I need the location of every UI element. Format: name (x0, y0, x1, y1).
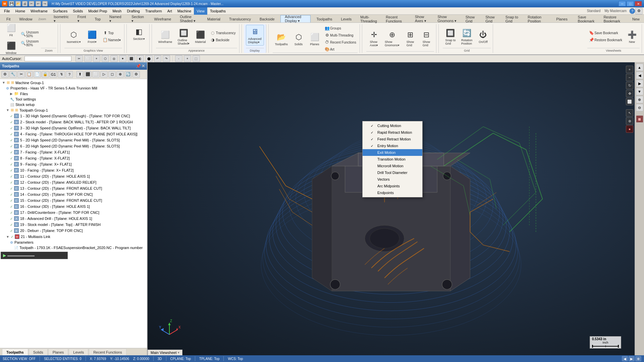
menu-home[interactable]: Home (13, 7, 28, 15)
menu-wireframe[interactable]: Wireframe (28, 7, 50, 15)
tree-stock-setup[interactable]: ⬜ Stock setup (1, 102, 146, 107)
ribbon-tab-material[interactable]: Material (203, 15, 225, 22)
tree-tp-16[interactable]: ✓ C 16 - Contour (3D) - [Tplane: HOLE AX… (1, 203, 146, 209)
tp-tb-5[interactable]: 📄 (34, 71, 41, 78)
groups-btn[interactable]: 👥 Groups (323, 25, 358, 32)
menu-model-prep[interactable]: Model Prep (86, 7, 110, 15)
ribbon-tab-savebookmark[interactable]: Save Bookmark (574, 15, 599, 22)
close-button[interactable]: ✕ (635, 1, 642, 6)
tree-tp-11[interactable]: ✓ C 11 - Contour (2D) - [Tplane: HOLE AX… (1, 173, 146, 179)
section-btn[interactable]: ◧ Section▾ (131, 25, 147, 42)
outline-btn[interactable]: 🔲 OutlineShaded▾ (175, 26, 192, 47)
main-viewsheet-tab[interactable]: Main Viewsheet ▾ (148, 350, 182, 355)
menu-toolpaths[interactable]: Toolpaths (207, 7, 228, 15)
ribbon-tab-showaxes[interactable]: Show Axes ▾ (411, 15, 433, 22)
nav-mark[interactable]: ● (626, 125, 633, 133)
wireframe-btn[interactable]: ⬜ Wireframe (156, 28, 175, 45)
tree-tp-9[interactable]: ✓ F 9 - Facing - [Tplane: X+ FLAT1] (1, 161, 146, 167)
tp-tb-1[interactable]: ⚙ (1, 71, 9, 78)
tp-tb-13[interactable]: ▷ (100, 71, 108, 78)
art-btn[interactable]: 🎨 Art (323, 46, 358, 53)
cmd-btn-2[interactable]: ⬜ (84, 55, 92, 62)
tp-tb-6[interactable]: 🔒 (42, 71, 49, 78)
autocursor-input[interactable] (24, 56, 71, 61)
dropdown-exit-motion[interactable]: Exit Motion (363, 149, 422, 156)
tree-tp-14[interactable]: ✓ C 14 - Contour (2D) - [Tplane: TOP FOR… (1, 191, 146, 197)
rotation-position-btn[interactable]: 🔄 RotationPosition (459, 26, 475, 47)
tp-tb-2[interactable]: 🔧 (9, 71, 17, 78)
ribbon-tab-planes[interactable]: Planes (552, 15, 572, 22)
ribbon-tab-snaptogrid[interactable]: Snap to Grid (501, 15, 523, 22)
tp-tb-9[interactable]: ? (66, 71, 73, 78)
tree-tp-20[interactable]: ✓ B 20 - Deburr - [Tplane: TOP FOR CNC] (1, 228, 146, 234)
rt-btn-3[interactable]: ▶ (636, 80, 643, 87)
tab-levels[interactable]: Levels (69, 349, 88, 355)
ribbon-tab-new[interactable]: New (628, 15, 644, 22)
tree-tp-7[interactable]: ✓ F 7 - Facing - [Tplane: X-FLAT1] (1, 149, 146, 155)
tree-tp-4[interactable]: ✓ F 4 - Facing - [Tplane: THROUGH HOLE T… (1, 131, 146, 137)
tp-tb-4[interactable]: 📋 (25, 71, 33, 78)
material-btn[interactable]: ⬛ Material (193, 28, 208, 45)
menu-solids[interactable]: Solids (70, 7, 86, 15)
nav-pan[interactable]: ✥ (626, 90, 633, 97)
ribbon-tab-multi[interactable]: Multi-Threading (356, 15, 381, 22)
isometric-btn[interactable]: ⬡ Isometric▾ (64, 28, 83, 45)
sb-nav-2[interactable]: ▶ (629, 356, 635, 361)
tp-tb-14[interactable]: ◻ (108, 71, 116, 78)
nav-measure[interactable]: ⊕ (626, 117, 633, 125)
tp-tb-10[interactable]: ⬆ (76, 71, 84, 78)
nav-select[interactable]: ↖ (626, 109, 633, 117)
dropdown-drill-tool[interactable]: Drill Tool Diameter (363, 169, 422, 176)
toolpaths-mgr-btn[interactable]: 📂 Toolpaths (273, 30, 290, 48)
tree-tp-8[interactable]: ✓ F 8 - Facing - [Tplane: X-FLAT2] (1, 155, 146, 161)
tb-icon-1[interactable]: 💾 (9, 1, 14, 6)
menu-view[interactable]: View (194, 7, 207, 15)
tp-close-btn[interactable]: ✕ (142, 64, 145, 68)
save-bookmark-btn[interactable]: 🔖 Save Bookmark (587, 29, 624, 36)
cmd-btn-6[interactable]: ✦ (119, 55, 126, 62)
tree-tp-15[interactable]: ✓ C 15 - Contour (2D) - [Tplane: FRONT A… (1, 197, 146, 203)
planes-mgr-btn[interactable]: ⬜ Planes (307, 30, 322, 48)
menu-file[interactable]: File (1, 7, 13, 15)
ribbon-tab-backside[interactable]: Backside (255, 15, 279, 22)
show-grid2-btn[interactable]: ⊟ ShowGrid (419, 28, 434, 49)
tree-params[interactable]: ⚙ Parameters (1, 240, 146, 245)
rt-btn-2[interactable]: ◀ (636, 72, 643, 79)
menu-art[interactable]: Art (165, 7, 175, 15)
viewport[interactable]: X Z Y 0.5343 in Inch Main Viewsheet (148, 62, 635, 355)
minimize-button[interactable]: ─ (619, 1, 626, 6)
tree-toolpath-group[interactable]: ▼ ⊞ ⊞ Toolpath Group-1 (1, 107, 146, 113)
tree-tp-13[interactable]: ✓ C 13 - Contour (2D) - [Tplane: FRONT A… (1, 185, 146, 191)
restore-bookmark-btn[interactable]: 📌 Restore Bookmark (587, 37, 624, 43)
sb-nav-1[interactable]: ◀ (622, 356, 628, 361)
tree-tool-settings[interactable]: 🔧 Tool settings (1, 97, 146, 102)
tree-tp-2[interactable]: ✓ S 2 - Stock model - [Tplane: BACK WALL… (1, 119, 146, 125)
dropdown-microroll-motion[interactable]: Microroll Motion (363, 163, 422, 169)
dropdown-entry-motion[interactable]: ✓ Entry Motion (363, 142, 422, 149)
rt-btn-1[interactable]: ▲ (636, 64, 643, 71)
advanced-display-btn[interactable]: 🖥 AdvancedDisplay▾ (246, 25, 264, 46)
dropdown-arc-midpoints[interactable]: Arc Midpoints (363, 183, 422, 189)
recent-functions-btn[interactable]: ⏱ Recent Functions (323, 39, 358, 46)
restore-button[interactable]: □ (627, 1, 634, 6)
window-btn[interactable]: ⬛ Window (3, 39, 19, 55)
cmd-btn-8[interactable]: ◐ (137, 55, 144, 62)
viewsheet-expand-icon[interactable]: ▾ (178, 351, 179, 354)
ribbon-tab-restorebookmark[interactable]: Restore Bookmark (599, 15, 628, 22)
tab-recent-functions[interactable]: Recent Functions (89, 349, 126, 355)
dropdown-endpoints[interactable]: Endpoints (363, 189, 422, 196)
menu-mesh[interactable]: Mesh (110, 7, 124, 15)
ribbon-tab-fit[interactable]: Fit (2, 15, 15, 22)
tree-files[interactable]: ▶ 📁 Files (1, 91, 146, 97)
new-viewsheet-btn[interactable]: ➕ New (624, 28, 640, 45)
ribbon-tab-rotpos[interactable]: Rotation Position (523, 15, 550, 22)
menu-transform[interactable]: Transform (143, 7, 165, 15)
ribbon-tab-levels[interactable]: Levels (337, 15, 356, 22)
tab-solids[interactable]: Solids (29, 349, 48, 355)
ribbon-tab-outline[interactable]: Outline Shaded ▾ (175, 15, 203, 22)
nav-rotate[interactable]: ↻ (626, 82, 633, 89)
rt-btn-5[interactable]: ⊕ (636, 96, 643, 103)
top-btn[interactable]: ⬆ Top (101, 29, 122, 36)
tb-icon-3[interactable]: 🖨 (22, 1, 28, 6)
nav-zoom-fit[interactable]: ⬜ (626, 98, 633, 105)
